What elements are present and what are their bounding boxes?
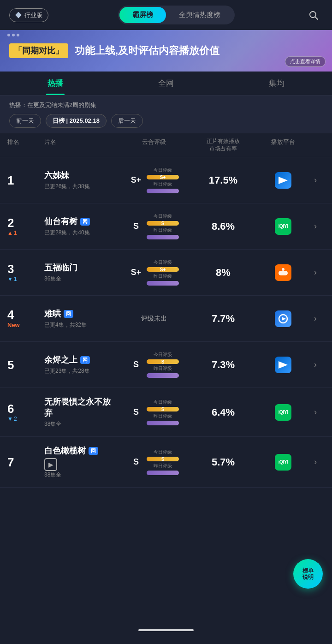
- col-arrow: [306, 138, 325, 152]
- net-badge: 网: [64, 310, 73, 318]
- row-arrow[interactable]: ›: [306, 221, 325, 231]
- platform-cell: [260, 172, 306, 189]
- row-arrow[interactable]: ›: [306, 407, 325, 417]
- today-label: 今日评级: [147, 167, 179, 173]
- rating-bars: 今日评级 S 昨日评级: [147, 352, 179, 378]
- rank-cell: 6 ▼2: [7, 403, 44, 422]
- net-badge: 网: [80, 356, 90, 364]
- col-platform: 播放平台: [260, 138, 306, 152]
- industry-badge[interactable]: 行业版: [9, 8, 48, 22]
- show-name: 白色橄榄树: [44, 445, 86, 456]
- next-day-button[interactable]: 后一天: [111, 114, 143, 128]
- show-episodes: 38集全: [44, 420, 117, 428]
- today-label: 今日评级: [147, 399, 179, 405]
- show-episodes: 38集全: [44, 471, 117, 479]
- show-episodes: 已更4集，共32集: [44, 321, 117, 329]
- col-rank: 排名: [7, 138, 44, 152]
- tab-baping[interactable]: 霸屏榜: [119, 7, 166, 23]
- rank-cell: 3 ▼1: [7, 263, 44, 282]
- rank-cell: 1: [7, 174, 44, 186]
- yesterday-label: 昨日评级: [147, 273, 179, 280]
- today-bar: S: [147, 221, 179, 226]
- rows-container: 1 六姊妹 已更26集，共38集 S+ 今日评级 S+ 昨日评级: [0, 157, 332, 488]
- yesterday-bar: [147, 189, 179, 193]
- rating-grade: S: [129, 221, 143, 231]
- rating-grade: S: [129, 360, 143, 370]
- search-button[interactable]: [304, 6, 323, 24]
- yesterday-bar: [147, 373, 179, 378]
- yesterday-bar: [147, 421, 179, 425]
- float-explain-button[interactable]: 榜单说明: [293, 559, 323, 589]
- yesterday-label: 昨日评级: [147, 365, 179, 372]
- table-row[interactable]: 7 白色橄榄树 网 ▶ 38集全 S 今日评级 S 昨日评级: [0, 437, 332, 488]
- today-bar: S: [147, 457, 179, 461]
- rank-cell: 4 New: [7, 309, 44, 328]
- rank-cell: 7: [7, 456, 44, 468]
- bottom-bar: [0, 616, 332, 644]
- rating-grade: S: [129, 407, 143, 417]
- rank-change: ▼1: [7, 276, 17, 282]
- play-icon[interactable]: ▶: [44, 458, 57, 471]
- title-cell: 仙台有树 网 已更28集，共40集: [44, 216, 122, 237]
- table-row[interactable]: 2 ▲1 仙台有树 网 已更28集，共40集 S 今日评级 S 昨日评级: [0, 203, 332, 250]
- row-arrow[interactable]: ›: [306, 268, 325, 277]
- row-arrow[interactable]: ›: [306, 360, 325, 370]
- tab-switcher: 霸屏榜 全舆情热度榜: [118, 6, 235, 24]
- platform-icon: iQIYI: [275, 218, 291, 235]
- tab-all[interactable]: 全网: [111, 72, 221, 95]
- rating-cell: S 今日评级 S 昨日评级: [122, 352, 186, 378]
- show-title: 白色橄榄树 网: [44, 445, 117, 456]
- table-row[interactable]: 4 New 难哄 网 已更4集，共32集 评级未出 7.7% ›: [0, 296, 332, 342]
- banner-dots: [7, 34, 19, 36]
- industry-label: 行业版: [24, 11, 42, 19]
- platform-cell: iQIYI: [260, 454, 306, 471]
- yesterday-bar: [147, 235, 179, 239]
- rating-bars: 今日评级 S 昨日评级: [147, 399, 179, 425]
- rank-number: 1: [7, 174, 14, 186]
- platform-cell: [260, 264, 306, 281]
- float-btn-label: 榜单说明: [302, 567, 314, 581]
- title-cell: 无所畏惧之永不放弃 38集全: [44, 396, 122, 428]
- show-episodes: 已更28集，共40集: [44, 229, 117, 237]
- yesterday-label: 昨日评级: [147, 181, 179, 187]
- platform-icon: [275, 172, 291, 189]
- platform-cell: [260, 357, 306, 373]
- today-label: 今日评级: [147, 352, 179, 358]
- svg-point-4: [282, 268, 285, 271]
- table-row[interactable]: 6 ▼2 无所畏惧之永不放弃 38集全 S 今日评级 S 昨日评级: [0, 388, 332, 437]
- rating-bars: 今日评级 S 昨日评级: [147, 449, 179, 475]
- tab-avg[interactable]: 集均: [221, 72, 332, 95]
- show-name: 余烬之上: [44, 354, 77, 365]
- rank-number: 2: [7, 217, 14, 229]
- table-row[interactable]: 1 六姊妹 已更26集，共38集 S+ 今日评级 S+ 昨日评级: [0, 157, 332, 203]
- show-name: 无所畏惧之永不放弃: [44, 396, 117, 418]
- row-arrow[interactable]: ›: [306, 175, 325, 185]
- rank-cell: 5: [7, 359, 44, 371]
- table-row[interactable]: 5 余烬之上 网 已更23集，共28集 S 今日评级 S 昨日评级: [0, 342, 332, 388]
- prev-day-button[interactable]: 前一天: [9, 114, 41, 128]
- rating-grade: S+: [129, 268, 143, 277]
- tab-hot[interactable]: 热播: [0, 72, 111, 95]
- row-arrow[interactable]: ›: [306, 314, 325, 323]
- market-share: 8%: [186, 267, 260, 279]
- row-arrow[interactable]: ›: [306, 457, 325, 467]
- market-share: 6.4%: [186, 406, 260, 418]
- rating-bars: 今日评级 S 昨日评级: [147, 213, 179, 239]
- today-bar: S: [147, 407, 179, 411]
- show-title: 余烬之上 网: [44, 354, 117, 365]
- table-row[interactable]: 3 ▼1 五福临门 36集全 S+ 今日评级 S+ 昨日评级: [0, 250, 332, 296]
- platform-icon: iQIYI: [275, 454, 291, 471]
- show-title: 仙台有树 网: [44, 216, 117, 227]
- col-title: 片名: [44, 138, 122, 152]
- rank-number: 6: [7, 403, 14, 415]
- platform-icon: [275, 264, 291, 281]
- tab-yuqing[interactable]: 全舆情热度榜: [166, 7, 233, 23]
- today-bar: S: [147, 359, 179, 364]
- platform-cell: iQIYI: [260, 404, 306, 421]
- market-share: 17.5%: [186, 174, 260, 186]
- show-episodes: 已更23集，共28集: [44, 367, 117, 375]
- date-label[interactable]: 日榜 | 2025.02.18: [46, 114, 107, 128]
- banner-detail-button[interactable]: 点击查看详情: [285, 56, 326, 67]
- title-cell: 余烬之上 网 已更23集，共28集: [44, 354, 122, 375]
- rating-grade: S: [129, 457, 143, 467]
